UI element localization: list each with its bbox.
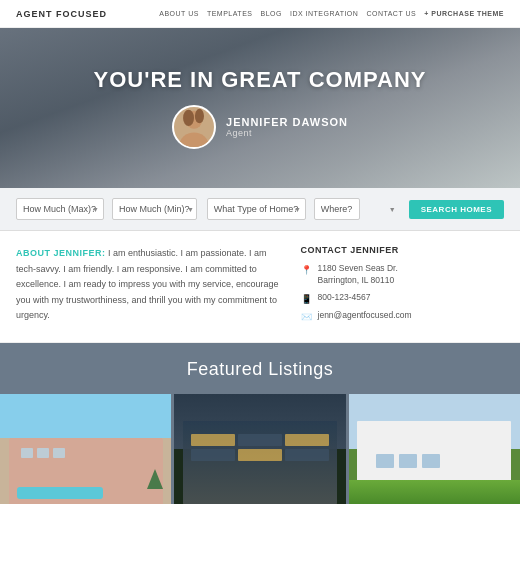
house1-windows xyxy=(21,448,65,458)
about-title: ABOUT JENNIFER: xyxy=(16,248,106,258)
house2-windows xyxy=(191,434,328,489)
window xyxy=(376,454,394,468)
featured-section: Featured Listings xyxy=(0,343,520,504)
contact-address-item: 📍 1180 Seven Seas Dr. Barrington, IL 801… xyxy=(301,263,504,287)
purchase-link[interactable]: + PURCHASE THEME xyxy=(424,10,504,17)
svg-point-2 xyxy=(183,110,194,126)
blog-link[interactable]: BLOG xyxy=(260,10,281,17)
max-price-select[interactable]: How Much (Max)? xyxy=(16,198,104,220)
house1-pool xyxy=(17,487,103,499)
idx-link[interactable]: IDX INTEGRATION xyxy=(290,10,358,17)
where-select[interactable]: Where? xyxy=(314,198,360,220)
agent-info: JENNIFER DAWSON Agent xyxy=(226,116,348,138)
agent-role: Agent xyxy=(226,128,348,138)
location-icon: 📍 xyxy=(301,264,313,276)
email-icon: ✉️ xyxy=(301,311,313,323)
contact-phone: 800-123-4567 xyxy=(318,292,371,304)
search-homes-button[interactable]: SEARCH HOMES xyxy=(409,200,504,219)
window xyxy=(238,449,282,461)
min-price-wrapper: How Much (Min)? xyxy=(112,198,199,220)
win-row xyxy=(191,449,328,461)
contact-address: 1180 Seven Seas Dr. Barrington, IL 80110 xyxy=(318,263,398,287)
window xyxy=(21,448,33,458)
hero-section: YOU'RE IN GREAT COMPANY JENNIFER DAWSON … xyxy=(0,28,520,188)
window xyxy=(285,434,329,446)
hero-agent-info: JENNIFER DAWSON Agent xyxy=(172,105,348,149)
about-us-link[interactable]: ABOUT US xyxy=(159,10,199,17)
contact-us-link[interactable]: CONTACT US xyxy=(366,10,416,17)
window xyxy=(238,434,282,446)
svg-point-3 xyxy=(195,109,204,124)
search-bar: How Much (Max)? How Much (Min)? What Typ… xyxy=(0,188,520,231)
home-type-select[interactable]: What Type of Home? xyxy=(207,198,306,220)
window xyxy=(191,449,235,461)
house3-building xyxy=(357,421,511,482)
listing-item-1[interactable] xyxy=(0,394,171,504)
min-price-select[interactable]: How Much (Min)? xyxy=(112,198,197,220)
window xyxy=(422,454,440,468)
contact-title: CONTACT JENNIFER xyxy=(301,245,504,255)
contact-email-item: ✉️ jenn@agentfocused.com xyxy=(301,310,504,323)
listings-grid xyxy=(0,394,520,504)
max-price-wrapper: How Much (Max)? xyxy=(16,198,104,220)
content-section: ABOUT JENNIFER: I am enthusiastic. I am … xyxy=(0,231,520,343)
where-wrapper: Where? xyxy=(314,198,401,220)
window xyxy=(399,454,417,468)
listing-item-2[interactable] xyxy=(174,394,345,504)
featured-title: Featured Listings xyxy=(0,359,520,380)
window xyxy=(37,448,49,458)
house3-windows xyxy=(376,454,440,468)
templates-link[interactable]: TEMPLATES xyxy=(207,10,253,17)
navbar: AGENT FOCUSED ABOUT US TEMPLATES BLOG ID… xyxy=(0,0,520,28)
avatar xyxy=(172,105,216,149)
about-text: I am enthusiastic. I am passionate. I am… xyxy=(16,248,279,320)
win-row xyxy=(191,434,328,446)
home-type-wrapper: What Type of Home? xyxy=(207,198,306,220)
phone-icon: 📱 xyxy=(301,293,313,305)
contact-section: CONTACT JENNIFER 📍 1180 Seven Seas Dr. B… xyxy=(301,245,504,328)
window xyxy=(285,449,329,461)
house1-tree xyxy=(147,469,163,489)
hero-title: YOU'RE IN GREAT COMPANY xyxy=(94,67,427,93)
contact-phone-item: 📱 800-123-4567 xyxy=(301,292,504,305)
window xyxy=(191,434,235,446)
svg-point-1 xyxy=(179,132,208,147)
house3-grass xyxy=(349,480,520,504)
brand-logo: AGENT FOCUSED xyxy=(16,9,107,19)
contact-email: jenn@agentfocused.com xyxy=(318,310,412,322)
listing-item-3[interactable] xyxy=(349,394,520,504)
agent-name: JENNIFER DAWSON xyxy=(226,116,348,128)
about-section: ABOUT JENNIFER: I am enthusiastic. I am … xyxy=(16,245,281,328)
window xyxy=(53,448,65,458)
nav-links: ABOUT US TEMPLATES BLOG IDX INTEGRATION … xyxy=(159,10,504,17)
